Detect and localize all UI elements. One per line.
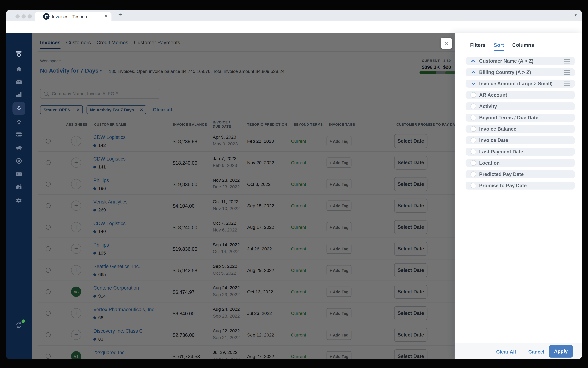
drag-handle-icon[interactable] bbox=[564, 72, 570, 73]
sort-direction-chevron-icon[interactable] bbox=[470, 81, 476, 87]
svg-text:$: $ bbox=[17, 173, 18, 175]
close-icon: ✕ bbox=[444, 40, 448, 46]
sort-option-item[interactable]: Location bbox=[465, 159, 575, 167]
sort-direction-chevron-icon[interactable] bbox=[470, 58, 476, 64]
sort-option-radio[interactable] bbox=[470, 138, 476, 143]
sort-option-item[interactable]: Invoice Date bbox=[465, 136, 575, 144]
sort-option-item[interactable]: Beyond Terms / Due Date bbox=[465, 114, 575, 121]
modal-dim-overlay[interactable] bbox=[32, 33, 455, 359]
apply-button[interactable]: Apply bbox=[549, 345, 573, 358]
panel-tab-filters[interactable]: Filters bbox=[470, 42, 485, 48]
mail-icon[interactable] bbox=[15, 79, 22, 85]
home-icon[interactable] bbox=[15, 66, 22, 73]
cash-icon[interactable]: $ bbox=[15, 184, 22, 191]
svg-text:$: $ bbox=[18, 121, 19, 124]
app-content: $ $ $€ $ InvoicesCustomersCredit MemosCu… bbox=[6, 33, 582, 359]
sort-active-item[interactable]: Invoice Amount (Large > Small) bbox=[465, 80, 575, 88]
clear-all-button[interactable]: Clear All bbox=[496, 349, 516, 355]
sort-option-radio[interactable] bbox=[470, 115, 476, 121]
settings-gear-icon[interactable] bbox=[15, 197, 22, 204]
browser-window: Invoices - Tesorio ✕ + ▾ dashboard.tesor… bbox=[6, 10, 582, 359]
sort-option-radio[interactable] bbox=[470, 172, 476, 177]
sort-option-radio[interactable] bbox=[470, 103, 476, 109]
browser-tab[interactable]: Invoices - Tesorio ✕ bbox=[35, 12, 112, 21]
sync-status-dot bbox=[21, 320, 25, 323]
sort-option-item[interactable]: Activity bbox=[465, 102, 575, 110]
screenshot-stage: Invoices - Tesorio ✕ + ▾ dashboard.tesor… bbox=[0, 0, 588, 368]
sort-option-radio[interactable] bbox=[470, 160, 476, 166]
money-out-icon[interactable]: $ bbox=[15, 118, 22, 125]
sync-icon[interactable] bbox=[15, 322, 22, 329]
svg-text:$: $ bbox=[18, 187, 19, 189]
traffic-light-minimize[interactable] bbox=[21, 14, 26, 18]
sort-option-radio[interactable] bbox=[470, 183, 476, 189]
sort-option-item[interactable]: Promise to Pay Date bbox=[465, 182, 575, 190]
panel-footer: Clear All Cancel Apply bbox=[455, 343, 582, 359]
cancel-button[interactable]: Cancel bbox=[528, 349, 544, 355]
tab-title: Invoices - Tesorio bbox=[52, 14, 87, 19]
sort-option-radio[interactable] bbox=[470, 92, 476, 98]
new-tab-button[interactable]: + bbox=[118, 11, 122, 18]
target-icon[interactable] bbox=[15, 157, 22, 164]
sort-list: Customer Name (A > Z) Billing Country (A… bbox=[465, 57, 575, 193]
money-in-icon[interactable]: $ bbox=[15, 105, 22, 112]
sort-option-radio[interactable] bbox=[470, 149, 476, 155]
drag-handle-icon[interactable] bbox=[564, 61, 570, 61]
panel-close-button[interactable]: ✕ bbox=[441, 38, 452, 49]
traffic-light-close[interactable] bbox=[15, 14, 19, 18]
credit-card-icon[interactable] bbox=[15, 131, 22, 138]
svg-text:$: $ bbox=[18, 106, 19, 109]
sort-option-item[interactable]: Last Payment Date bbox=[465, 148, 575, 156]
panel-tabs: FiltersSortColumns bbox=[470, 42, 534, 48]
sort-active-item[interactable]: Billing Country (A > Z) bbox=[465, 68, 575, 76]
bar-chart-icon[interactable] bbox=[15, 91, 22, 98]
sort-active-item[interactable]: Customer Name (A > Z) bbox=[465, 57, 575, 65]
tab-close-icon[interactable]: ✕ bbox=[104, 14, 108, 18]
tab-strip-chevron-icon[interactable]: ▾ bbox=[575, 13, 577, 18]
currency-exchange-icon[interactable]: $€ bbox=[15, 171, 22, 178]
sort-option-item[interactable]: Invoice Balance bbox=[465, 125, 575, 133]
browser-tab-strip: Invoices - Tesorio ✕ + ▾ bbox=[6, 10, 582, 21]
sort-direction-chevron-icon[interactable] bbox=[470, 69, 476, 75]
app-sidebar: $ $ $€ $ bbox=[6, 33, 32, 359]
svg-text:€: € bbox=[19, 173, 21, 175]
panel-tab-sort[interactable]: Sort bbox=[494, 42, 504, 48]
browser-toolbar: dashboard.tesorio.com/invoices bbox=[6, 21, 582, 33]
filter-sort-panel: FiltersSortColumns Customer Name (A > Z)… bbox=[455, 33, 582, 359]
tesorio-logo[interactable] bbox=[15, 51, 22, 57]
traffic-light-zoom[interactable] bbox=[28, 14, 32, 18]
tesorio-favicon-icon bbox=[43, 13, 49, 19]
sort-option-item[interactable]: Predicted Pay Date bbox=[465, 170, 575, 178]
sort-option-item[interactable]: AR Account bbox=[465, 91, 575, 99]
sort-option-radio[interactable] bbox=[470, 126, 476, 132]
drag-handle-icon[interactable] bbox=[564, 83, 570, 84]
megaphone-icon[interactable] bbox=[15, 144, 22, 151]
panel-tab-columns[interactable]: Columns bbox=[512, 42, 534, 48]
